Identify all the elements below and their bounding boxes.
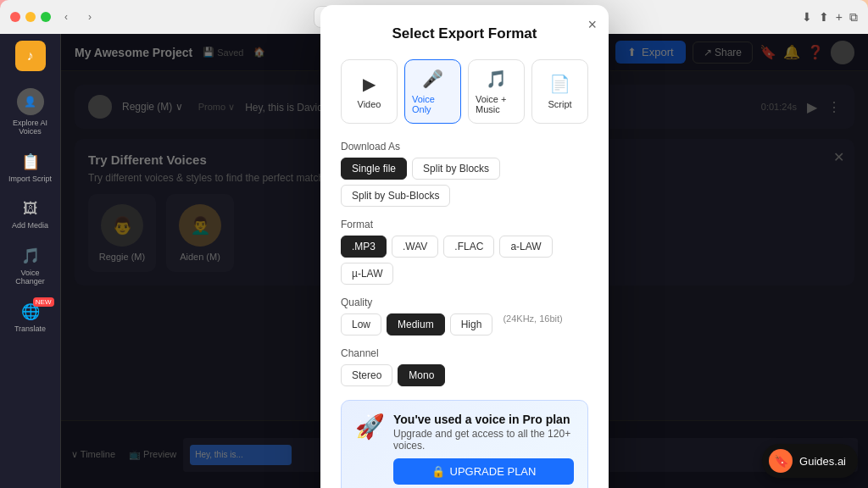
sidebar-item-label: Voice Changer [8,269,53,286]
export-option-script[interactable]: 📄 Script [531,59,588,124]
format-section: Format .MP3 .WAV .FLAC a-LAW µ-LAW [341,219,588,285]
format-label: Format [341,219,588,230]
mono-button[interactable]: Mono [398,364,445,386]
upgrade-description: Upgrade and get access to all the 120+ v… [393,428,574,452]
video-icon: ▶ [363,74,376,94]
split-blocks-button[interactable]: Split by Blocks [412,158,500,180]
add-media-icon: 🖼 [23,200,38,218]
sidebar: ♪ 👤 Explore AI Voices 📋 Import Script 🖼 … [0,34,61,488]
download-as-section: Download As Single file Split by Blocks … [341,141,588,207]
voice-changer-icon: 🎵 [21,247,40,265]
share-browser-icon[interactable]: ⬆ [819,10,829,24]
sidebar-item-label: Explore AI Voices [8,119,53,136]
script-label: Script [548,99,571,109]
download-icon[interactable]: ⬇ [802,10,812,24]
modal-overlay: Select Export Format × ▶ Video 🎤 Voice O… [61,34,868,488]
single-file-button[interactable]: Single file [341,158,407,180]
quality-options: Low Medium High (24KHz, 16bit) [341,313,588,336]
guides-badge[interactable]: 🔖 Guides.ai [762,444,858,478]
sidebar-item-label: Translate [14,324,46,333]
sidebar-item-add-media[interactable]: 🖼 Add Media [5,193,56,236]
export-format-modal: Select Export Format × ▶ Video 🎤 Voice O… [320,5,609,489]
app-container: ♪ 👤 Explore AI Voices 📋 Import Script 🖼 … [0,34,868,488]
sidebar-item-translate[interactable]: 🌐 Translate NEW [5,296,56,340]
sidebar-item-translate-wrapper: 🌐 Translate NEW [5,296,56,340]
minimize-window-button[interactable] [25,12,36,22]
quality-low-button[interactable]: Low [341,313,381,336]
wav-button[interactable]: .WAV [392,236,438,258]
download-as-options: Single file Split by Blocks Split by Sub… [341,158,588,207]
split-sub-blocks-button[interactable]: Split by Sub-Blocks [341,185,450,207]
voice-only-label: Voice Only [412,94,453,114]
channel-options: Stereo Mono [341,364,588,386]
format-options: .MP3 .WAV .FLAC a-LAW µ-LAW [341,236,588,285]
export-options: ▶ Video 🎤 Voice Only 🎵 Voice + Music 📄 S… [341,59,588,124]
upgrade-plan-modal-button[interactable]: 🔒 UPGRADE PLAN [393,458,574,485]
export-option-voice-music[interactable]: 🎵 Voice + Music [468,59,525,124]
sidebar-item-voice-changer[interactable]: 🎵 Voice Changer [5,240,56,292]
translate-badge: NEW [33,297,54,307]
main-content: My Awesome Project 💾 Saved 🏠 UPGRADE PLA… [61,34,868,488]
user-avatar: 👤 [17,88,44,115]
download-as-label: Download As [341,141,588,152]
guides-label: Guides.ai [799,455,846,468]
export-option-voice-only[interactable]: 🎤 Voice Only [404,59,461,124]
quality-high-button[interactable]: High [450,313,493,336]
guides-icon: 🔖 [769,449,793,473]
ulaw-button[interactable]: µ-LAW [341,263,393,285]
stereo-button[interactable]: Stereo [341,364,392,386]
microphone-icon: 🎤 [422,69,443,89]
forward-button[interactable]: › [81,8,98,25]
lock-icon: 🔒 [431,465,445,478]
script-icon: 📄 [549,74,570,94]
add-tab-icon[interactable]: + [836,10,843,24]
quality-label: Quality [341,297,588,308]
browser-right-controls: ⬇ ⬆ + ⧉ [802,10,858,25]
quality-medium-button[interactable]: Medium [387,313,445,336]
modal-close-button[interactable]: × [587,17,597,32]
voice-music-label: Voice + Music [476,94,517,114]
close-window-button[interactable] [10,12,20,22]
alaw-button[interactable]: a-LAW [499,236,552,258]
traffic-lights [10,12,51,22]
tab-overview-icon[interactable]: ⧉ [849,10,858,25]
sidebar-item-label: Import Script [8,175,52,183]
modal-title: Select Export Format [341,25,588,42]
maximize-window-button[interactable] [41,12,51,22]
flac-button[interactable]: .FLAC [443,236,494,258]
sidebar-item-explore-ai-voices[interactable]: 👤 Explore AI Voices [5,81,56,142]
quality-section: Quality Low Medium High (24KHz, 16bit) [341,297,588,336]
import-script-icon: 📋 [21,152,40,171]
upgrade-text: You've used a voice in Pro plan Upgrade … [393,413,574,485]
rocket-icon: 🚀 [355,413,385,441]
channel-label: Channel [341,347,588,359]
upgrade-title: You've used a voice in Pro plan [393,413,574,426]
quality-note: (24KHz, 16bit) [503,313,562,336]
back-button[interactable]: ‹ [58,8,75,25]
voice-music-icon: 🎵 [486,69,507,89]
mp3-button[interactable]: .MP3 [341,236,387,258]
upgrade-banner: 🚀 You've used a voice in Pro plan Upgrad… [341,400,588,489]
export-option-video[interactable]: ▶ Video [341,59,398,124]
app-logo[interactable]: ♪ [15,41,46,71]
sidebar-item-label: Add Media [12,221,48,230]
channel-section: Channel Stereo Mono [341,347,588,386]
video-label: Video [358,99,381,109]
sidebar-item-import-script[interactable]: 📋 Import Script [5,146,56,190]
